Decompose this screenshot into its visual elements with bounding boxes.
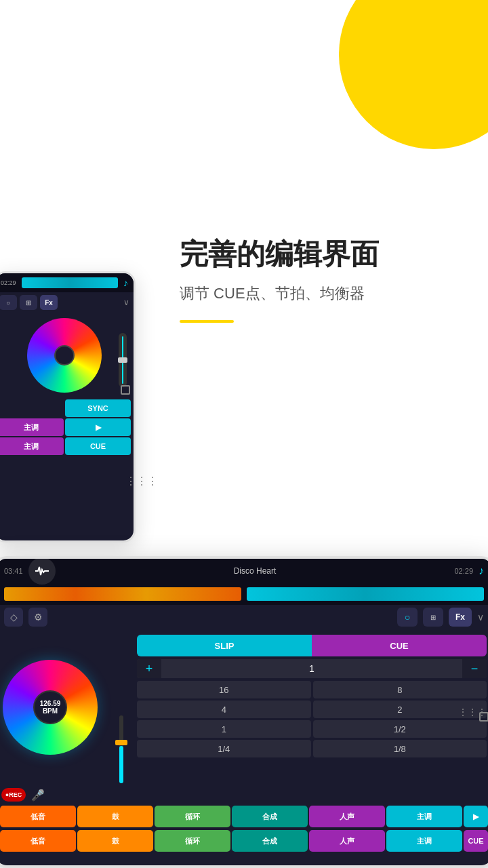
d2-slip-cue-row: SLIP CUE — [137, 635, 487, 656]
d2-fader-section — [104, 629, 131, 785]
d2-time-left: 03:41 — [4, 567, 23, 575]
beat-cell-4[interactable]: 4 — [137, 701, 311, 718]
dj-button-grid: SYNC 主调 ▶ 主调 CUE — [0, 398, 134, 456]
pad-xunhuan-2[interactable]: 循环 — [155, 830, 230, 852]
zhudiao2-button[interactable]: 主调 — [0, 437, 64, 455]
play-button[interactable]: ▶ — [65, 418, 131, 436]
yellow-accent-line — [180, 320, 234, 323]
device-1-screen: 02:29 ♪ ○ ⊞ Fx ∨ SYNC 主调 — [0, 273, 134, 540]
d2-turntable-center: 126.59BPM — [33, 690, 67, 724]
d2-fader-thumb[interactable] — [115, 740, 127, 745]
main-title: 完善的编辑界面 — [180, 237, 468, 271]
device-2-mockup: 03:41 Disco Heart 02:29 ♪ ◇ ⚙ ○ ⊞ Fx ∨ — [0, 556, 488, 868]
beat-cell-quarter[interactable]: 1/4 — [137, 740, 311, 757]
yellow-blob-decoration — [339, 0, 488, 149]
d2-eq-btn[interactable]: ⊞ — [423, 608, 443, 627]
pad-rensheng-1[interactable]: 人声 — [309, 806, 385, 827]
d2-controls-row: ◇ ⚙ ○ ⊞ Fx ∨ — [0, 605, 488, 629]
fader-thumb[interactable] — [118, 357, 127, 363]
d2-bpm-display: 126.59BPM — [40, 700, 61, 715]
d2-cue-panel: SLIP CUE + 1 − 16 8 4 2 1 1/2 1/4 — [131, 629, 488, 785]
diamond-btn[interactable]: ◇ — [4, 608, 23, 627]
device-1-mockup: 02:29 ♪ ○ ⊞ Fx ∨ SYNC 主调 — [0, 271, 136, 542]
d2-square-button[interactable] — [479, 712, 488, 722]
cue-button[interactable]: CUE — [65, 437, 131, 455]
d2-waveform-left — [4, 587, 241, 601]
turntable[interactable] — [27, 318, 102, 393]
pad-cue-2[interactable]: CUE — [464, 830, 488, 852]
pad-dizyin-2[interactable]: 低音 — [0, 830, 76, 852]
d2-fx-btn[interactable]: Fx — [449, 608, 472, 627]
square-button[interactable] — [121, 385, 130, 395]
heartbeat-icon — [28, 559, 56, 585]
pad-hecheng-1[interactable]: 合成 — [232, 806, 308, 827]
d2-song-name: Disco Heart — [61, 566, 449, 576]
waveform-cyan — [22, 277, 118, 288]
cue-panel-button[interactable]: CUE — [312, 635, 487, 656]
microphone-icon[interactable]: 🎤 — [31, 789, 45, 802]
device-2-screen: 03:41 Disco Heart 02:29 ♪ ◇ ⚙ ○ ⊞ Fx ∨ — [0, 559, 488, 865]
turntable-center — [54, 345, 75, 366]
waveform-bar: 02:29 ♪ — [0, 273, 134, 292]
beat-cell-half[interactable]: 1/2 — [313, 720, 487, 738]
d2-rec-row: ●REC 🎤 — [0, 785, 488, 804]
pad-play-1[interactable]: ▶ — [464, 806, 488, 827]
rec-button[interactable]: ●REC — [1, 788, 26, 802]
d2-chevron-down-icon[interactable]: ∨ — [477, 612, 484, 623]
d2-turntable-section: 126.59BPM — [0, 629, 104, 785]
d2-loop-btn[interactable]: ○ — [397, 608, 418, 627]
d2-fader-fill — [119, 746, 123, 783]
d2-waveforms — [0, 583, 488, 605]
zhudiao1-button[interactable]: 主调 — [0, 418, 64, 436]
d2-waveform-right — [247, 587, 484, 601]
chevron-down-icon[interactable]: ∨ — [123, 298, 129, 307]
beat-plus-button[interactable]: + — [137, 659, 161, 678]
pad-zhudiao-1[interactable]: 主调 — [386, 806, 462, 827]
beat-cell-8[interactable]: 8 — [313, 681, 487, 698]
fader[interactable] — [119, 333, 127, 387]
pad-rensheng-2[interactable]: 人声 — [309, 830, 385, 852]
d2-pad-row-2: 低音 鼓 循环 合成 人声 主调 CUE — [0, 829, 488, 853]
d2-topbar: 03:41 Disco Heart 02:29 ♪ — [0, 559, 488, 583]
d2-fader[interactable] — [119, 715, 123, 783]
turntable-area — [0, 313, 134, 398]
sync-button[interactable]: SYNC — [65, 399, 131, 417]
loop-btn[interactable]: ○ — [0, 295, 17, 310]
beat-cell-16[interactable]: 16 — [137, 681, 311, 698]
beat-cell-eighth[interactable]: 1/8 — [313, 740, 487, 757]
pad-xunhuan-1[interactable]: 循环 — [155, 806, 230, 827]
text-section: 完善的编辑界面 调节 CUE点、节拍、均衡器 — [180, 237, 468, 323]
gear-icon[interactable]: ⚙ — [28, 608, 47, 627]
beat-number-control: + 1 − — [137, 659, 487, 678]
d2-turntable[interactable]: 126.59BPM — [3, 660, 98, 755]
time-display: 02:29 — [1, 279, 16, 286]
beat-cell-1[interactable]: 1 — [137, 720, 311, 738]
d2-time-right: 02:29 — [454, 567, 473, 575]
pad-hecheng-2[interactable]: 合成 — [232, 830, 308, 852]
slip-button[interactable]: SLIP — [137, 635, 312, 656]
eq-btn[interactable]: ⊞ — [20, 295, 37, 310]
pad-zhudiao-2[interactable]: 主调 — [386, 830, 462, 852]
beat-minus-button[interactable]: − — [462, 659, 487, 678]
music-note-icon: ♪ — [123, 277, 128, 288]
pad-dizyin-1[interactable]: 低音 — [0, 806, 76, 827]
drag-handle-icon: ⋮⋮⋮ — [125, 475, 158, 488]
fx-btn[interactable]: Fx — [40, 295, 58, 310]
subtitle: 调节 CUE点、节拍、均衡器 — [180, 283, 468, 304]
d2-main-area: 126.59BPM SLIP CUE — [0, 629, 488, 785]
d2-music-note-icon: ♪ — [479, 565, 484, 577]
d2-pad-row-1: 低音 鼓 循环 合成 人声 主调 ▶ — [0, 804, 488, 829]
beat-number-display: 1 — [161, 659, 462, 678]
beat-grid: 16 8 4 2 1 1/2 1/4 1/8 — [137, 681, 487, 757]
controls-row: ○ ⊞ Fx ∨ — [0, 292, 134, 313]
